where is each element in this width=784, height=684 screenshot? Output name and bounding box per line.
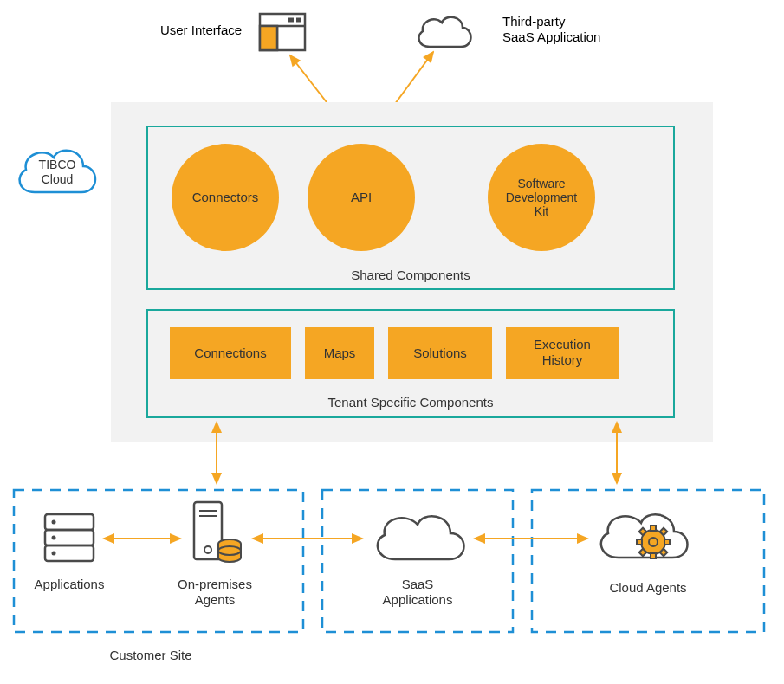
svg-point-11	[52, 536, 56, 540]
sdk-label-1: Software	[517, 177, 565, 190]
applications-icon	[45, 514, 94, 561]
saas-cloud-icon	[419, 17, 471, 47]
cloud-agents-label: Cloud Agents	[609, 580, 686, 595]
connections-label: Connections	[194, 345, 266, 360]
saas-apps-cloud-icon	[378, 516, 464, 559]
shared-components-title: Shared Components	[351, 268, 470, 282]
svg-rect-24	[664, 539, 670, 545]
saas-label-1: Third-party	[502, 14, 566, 29]
saas-apps-label-1: SaaS	[402, 577, 434, 591]
cloud-agents-box	[532, 490, 764, 632]
svg-rect-6	[296, 18, 301, 23]
maps-label: Maps	[324, 345, 356, 360]
svg-rect-23	[637, 539, 642, 545]
exec-label-1: Execution	[534, 337, 591, 352]
sdk-label-3: Kit	[535, 204, 548, 218]
applications-label: Applications	[35, 577, 105, 591]
svg-rect-3	[260, 26, 277, 50]
saas-apps-box	[322, 490, 513, 632]
sdk-label-2: Development	[506, 190, 578, 204]
api-label: API	[351, 190, 372, 204]
user-interface-label: User Interface	[160, 23, 242, 37]
user-interface-icon	[260, 14, 305, 50]
architecture-diagram: User Interface Third-party SaaS Applicat…	[0, 0, 784, 684]
onprem-label-2: Agents	[195, 592, 236, 607]
svg-rect-21	[651, 526, 656, 531]
svg-point-10	[52, 520, 56, 525]
cloud-agents-icon	[601, 514, 688, 558]
svg-point-12	[52, 552, 56, 556]
tenant-components-title: Tenant Specific Components	[328, 395, 494, 410]
customer-site-label: Customer Site	[109, 648, 191, 662]
exec-label-2: History	[542, 352, 583, 367]
svg-point-16	[204, 546, 211, 553]
onprem-agents-icon	[194, 502, 241, 562]
saas-apps-label-2: Applications	[383, 592, 453, 607]
solutions-label: Solutions	[413, 345, 467, 360]
tibco-cloud-label-2: Cloud	[42, 172, 74, 186]
onprem-label-1: On-premises	[178, 577, 252, 591]
svg-rect-5	[288, 18, 294, 23]
tibco-cloud-label-1: TIBCO	[39, 158, 76, 171]
svg-rect-22	[651, 553, 656, 558]
connectors-label: Connectors	[192, 190, 259, 204]
saas-label-2: SaaS Application	[502, 29, 600, 44]
